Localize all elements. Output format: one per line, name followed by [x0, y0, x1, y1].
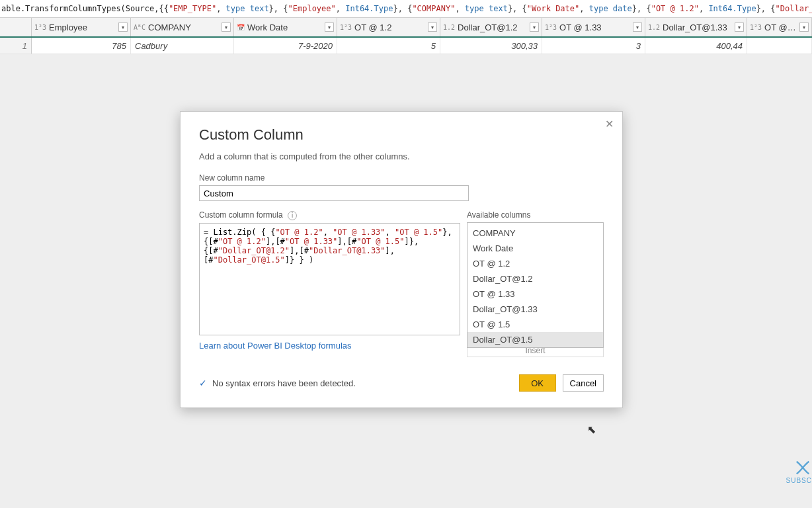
new-column-name-label: New column name: [199, 173, 604, 183]
cursor-icon: ⬉: [587, 423, 596, 436]
column-header[interactable]: 1.2Dollar_OT@1.33▾: [645, 18, 747, 36]
chevron-down-icon[interactable]: ▾: [735, 22, 744, 32]
type-icon: 1.2: [648, 24, 660, 31]
cell[interactable]: 300,33: [440, 38, 542, 54]
chevron-down-icon[interactable]: ▾: [325, 22, 334, 32]
available-column-item[interactable]: OT @ 1.2: [467, 256, 603, 271]
chevron-down-icon[interactable]: ▾: [222, 22, 231, 32]
available-column-item[interactable]: OT @ 1.33: [467, 286, 603, 302]
dialog-title: Custom Column: [199, 126, 604, 144]
column-header[interactable]: 📅Work Date▾: [234, 18, 337, 36]
column-name: OT @ 1.2: [354, 22, 425, 32]
available-columns-list[interactable]: EMP_TYPEEmployeeCOMPANYWork DateOT @ 1.2…: [467, 222, 604, 348]
insert-button[interactable]: Insert: [467, 348, 604, 357]
available-column-item[interactable]: Work Date: [467, 241, 603, 256]
type-icon: 1²3: [34, 24, 46, 31]
formula-label: Custom column formula i: [199, 210, 460, 220]
dialog-description: Add a column that is computed from the o…: [199, 151, 604, 161]
column-name: COMPANY: [148, 22, 219, 32]
chevron-down-icon[interactable]: ▾: [633, 22, 642, 32]
type-icon: AᴮC: [134, 24, 145, 31]
table-row: 1 785Cadbury7-9-20205300,333400,44: [0, 38, 812, 54]
available-column-item[interactable]: OT @ 1.5: [467, 317, 603, 332]
column-name: Work Date: [247, 22, 322, 32]
cell[interactable]: 400,44: [645, 38, 747, 54]
close-icon[interactable]: ✕: [602, 117, 616, 130]
cell[interactable]: 7-9-2020: [234, 38, 337, 54]
formula-bar[interactable]: able.TransformColumnTypes(Source,{{"EMP_…: [0, 0, 812, 18]
available-column-item[interactable]: Dollar_OT@1.5: [467, 332, 603, 347]
column-header[interactable]: 1²3OT @ 1.2▾: [337, 18, 440, 36]
type-icon: 1²3: [340, 24, 352, 31]
ok-button[interactable]: OK: [519, 374, 556, 392]
available-column-item[interactable]: COMPANY: [467, 226, 603, 241]
chevron-down-icon[interactable]: ▾: [118, 22, 128, 32]
cell[interactable]: 785: [32, 38, 131, 54]
row-number-cell: 1: [0, 38, 32, 54]
syntax-status: No syntax errors have been detected.: [212, 378, 356, 388]
available-column-item[interactable]: Dollar_OT@1.2: [467, 271, 603, 286]
type-icon: 1.2: [443, 24, 455, 31]
available-column-item[interactable]: Dollar_OT@1.33: [467, 302, 603, 317]
new-column-name-input[interactable]: [199, 185, 469, 201]
column-name: Employee: [49, 22, 116, 32]
column-header[interactable]: AᴮCCOMPANY▾: [131, 18, 234, 36]
check-icon: ✓: [199, 378, 207, 388]
type-icon: 1²3: [750, 24, 762, 31]
column-header[interactable]: 1²3OT @ 1.33▾: [542, 18, 645, 36]
available-columns-label: Available columns: [467, 210, 604, 220]
chevron-down-icon[interactable]: ▾: [799, 22, 809, 32]
column-name: OT @ 1.33: [559, 22, 630, 32]
custom-column-dialog: ✕ Custom Column Add a column that is com…: [180, 111, 623, 408]
table-header-row: 1²3Employee▾AᴮCCOMPANY▾📅Work Date▾1²3OT …: [0, 18, 812, 38]
column-name: OT @ 1.5: [764, 22, 797, 32]
column-header[interactable]: 1.2Dollar_OT@1.2▾: [440, 18, 542, 36]
chevron-down-icon[interactable]: ▾: [428, 22, 437, 32]
type-icon: 1²3: [545, 24, 557, 31]
cell[interactable]: Cadbury: [131, 38, 234, 54]
row-number-header: [0, 18, 32, 36]
cell[interactable]: 5: [337, 38, 440, 54]
cell[interactable]: 3: [542, 38, 645, 54]
info-icon[interactable]: i: [288, 211, 297, 220]
type-icon: 📅: [237, 24, 245, 31]
watermark-logo: SUBSC: [786, 458, 812, 484]
cancel-button[interactable]: Cancel: [563, 374, 604, 392]
column-name: Dollar_OT@1.2: [458, 22, 527, 32]
column-name: Dollar_OT@1.33: [663, 22, 732, 32]
cell[interactable]: [747, 38, 812, 54]
column-header[interactable]: 1²3Employee▾: [32, 18, 131, 36]
chevron-down-icon[interactable]: ▾: [530, 22, 539, 32]
formula-input[interactable]: = List.Zip( { {"OT @ 1.2", "OT @ 1.33", …: [199, 223, 460, 335]
learn-formulas-link[interactable]: Learn about Power BI Desktop formulas: [199, 341, 352, 351]
column-header[interactable]: 1²3OT @ 1.5▾: [747, 18, 812, 36]
